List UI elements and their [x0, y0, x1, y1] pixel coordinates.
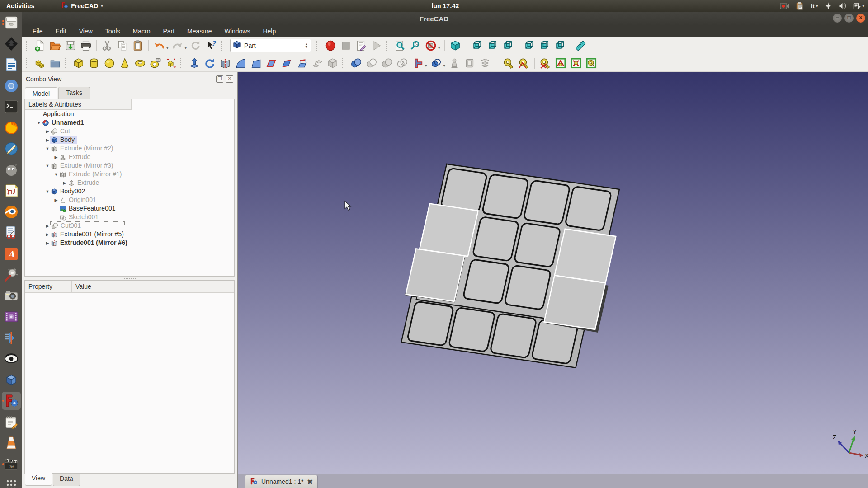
expander-icon[interactable]: ▼	[36, 121, 42, 125]
text-editor[interactable]	[2, 413, 21, 431]
clock[interactable]: lun 17:42	[409, 2, 481, 9]
close-button[interactable]: ×	[856, 14, 865, 23]
measure-toggle-delta-button[interactable]	[584, 56, 599, 70]
panel-splitter[interactable]	[22, 277, 237, 280]
toolbar-grip[interactable]	[26, 41, 29, 51]
redo-dropdown-icon[interactable]: ▾	[185, 46, 187, 50]
expander-icon[interactable]: ▼	[53, 172, 59, 177]
toolbar-grip[interactable]	[342, 58, 345, 68]
tweaks[interactable]	[2, 266, 21, 284]
expander-icon[interactable]: ▶	[45, 232, 50, 237]
tree-column-header[interactable]: Labels & Attributes	[25, 99, 132, 110]
gimp[interactable]	[2, 161, 21, 179]
expander-icon[interactable]: ▼	[45, 146, 50, 151]
undo-button[interactable]	[152, 38, 166, 53]
view-left-button[interactable]	[552, 38, 566, 53]
menubar-view[interactable]: View	[74, 26, 98, 36]
cylinder-primitive-button[interactable]	[87, 56, 101, 70]
create-group-button[interactable]	[48, 56, 62, 70]
bottom-tabs-data[interactable]: Data	[53, 474, 80, 486]
expander-icon[interactable]: ▶	[45, 224, 50, 228]
paste-button[interactable]	[131, 38, 145, 53]
files[interactable]	[2, 14, 21, 32]
expander-icon[interactable]: ▶	[62, 181, 67, 185]
ruled-surface-button[interactable]	[279, 56, 294, 70]
view-rear-button[interactable]	[521, 38, 536, 53]
spinner-arrows-icon[interactable]: ▲▼	[303, 43, 309, 48]
toolbar-grip[interactable]	[180, 58, 184, 68]
fillet-button[interactable]	[233, 56, 248, 70]
window-titlebar[interactable]: FreeCAD − □ ×	[0, 12, 868, 25]
menubar-file[interactable]: File	[27, 26, 48, 36]
tree-origin001[interactable]: ▶ Origin001	[25, 196, 234, 204]
view-isometric-button[interactable]	[448, 38, 462, 53]
tree-extrude-mirror2[interactable]: ▼ Extrude (Mirror #2)	[25, 144, 234, 153]
torus-primitive-button[interactable]	[133, 56, 147, 70]
copy-button[interactable]	[115, 38, 130, 53]
measure-angular-button[interactable]	[517, 56, 531, 70]
toolbar-grip[interactable]	[221, 41, 224, 51]
battery[interactable]: ▾	[853, 2, 864, 10]
defeaturing-button[interactable]	[447, 56, 462, 70]
thickness-button[interactable]	[462, 56, 477, 70]
boolean-button[interactable]	[349, 56, 363, 70]
tree-body[interactable]: ▶ Body	[25, 136, 234, 144]
print-button[interactable]	[79, 38, 93, 53]
view-top-button[interactable]	[485, 38, 499, 53]
screen-record[interactable]	[780, 3, 790, 9]
undo-dropdown-icon[interactable]: ▾	[166, 46, 169, 50]
volume[interactable]	[839, 2, 847, 9]
chromium[interactable]	[2, 77, 21, 95]
cut-button[interactable]	[100, 38, 114, 53]
measure-clear-button[interactable]	[538, 56, 552, 70]
freecad[interactable]	[2, 392, 21, 410]
scribus[interactable]	[2, 140, 21, 158]
extrude-button[interactable]	[187, 56, 202, 70]
combo-view-titlebar[interactable]: Combo View ❐ ✕	[22, 72, 237, 85]
abiword[interactable]: A	[2, 245, 21, 263]
make-face-button[interactable]	[264, 56, 278, 70]
macro-edit-button[interactable]	[354, 38, 368, 53]
tree-body002[interactable]: ▼ Body002	[25, 187, 234, 196]
expander-icon[interactable]: ▼	[45, 164, 50, 168]
menubar-windows[interactable]: Windows	[219, 26, 256, 36]
close-panel-icon[interactable]: ✕	[226, 75, 233, 83]
measure-toggle-3d-button[interactable]	[569, 56, 583, 70]
tree-unnamed1[interactable]: ▼ Unnamed1	[25, 118, 234, 127]
menubar-macro[interactable]: Macro	[127, 26, 156, 36]
float-panel-icon[interactable]: ❐	[216, 75, 223, 83]
activities-button[interactable]: Activities	[6, 2, 34, 9]
measure-distance-button[interactable]	[573, 38, 588, 53]
menubar-part[interactable]: Part	[157, 26, 180, 36]
eye[interactable]	[2, 350, 21, 368]
measure-linear-button[interactable]	[501, 56, 516, 70]
view-bottom-button[interactable]	[537, 38, 551, 53]
expander-icon[interactable]: ▶	[45, 241, 50, 245]
compound-button[interactable]	[326, 56, 340, 70]
clipboard[interactable]	[796, 2, 803, 10]
fit-selection-button[interactable]	[408, 38, 423, 53]
create-shapes-button[interactable]	[33, 56, 47, 70]
firefox[interactable]	[2, 119, 21, 137]
draw-style-button[interactable]	[424, 38, 438, 53]
kicad[interactable]	[2, 182, 21, 200]
workbench-selector[interactable]: Part ▲▼	[230, 39, 311, 52]
video-editor[interactable]	[2, 308, 21, 326]
terminal[interactable]	[2, 98, 21, 116]
panel-tabs-model[interactable]: Model	[25, 87, 57, 99]
tree-extrude[interactable]: ▶ Extrude	[25, 178, 234, 187]
sweep-button[interactable]	[310, 56, 325, 70]
toolbar-grip[interactable]	[26, 58, 29, 68]
view-right-button[interactable]	[500, 38, 514, 53]
whats-this-button[interactable]: ?	[204, 38, 218, 53]
value-column-header[interactable]: Value	[72, 281, 234, 292]
cross-sections-button[interactable]	[478, 56, 492, 70]
camera[interactable]	[2, 287, 21, 305]
join-connect-dropdown-icon[interactable]: ▾	[443, 63, 446, 68]
boolean-cut-button[interactable]	[364, 56, 379, 70]
open-document-button[interactable]	[48, 38, 62, 53]
tree-application[interactable]: Application	[25, 110, 234, 118]
inkscape[interactable]	[2, 35, 21, 53]
document-scanner[interactable]	[2, 224, 21, 242]
menubar-edit[interactable]: Edit	[50, 26, 72, 36]
